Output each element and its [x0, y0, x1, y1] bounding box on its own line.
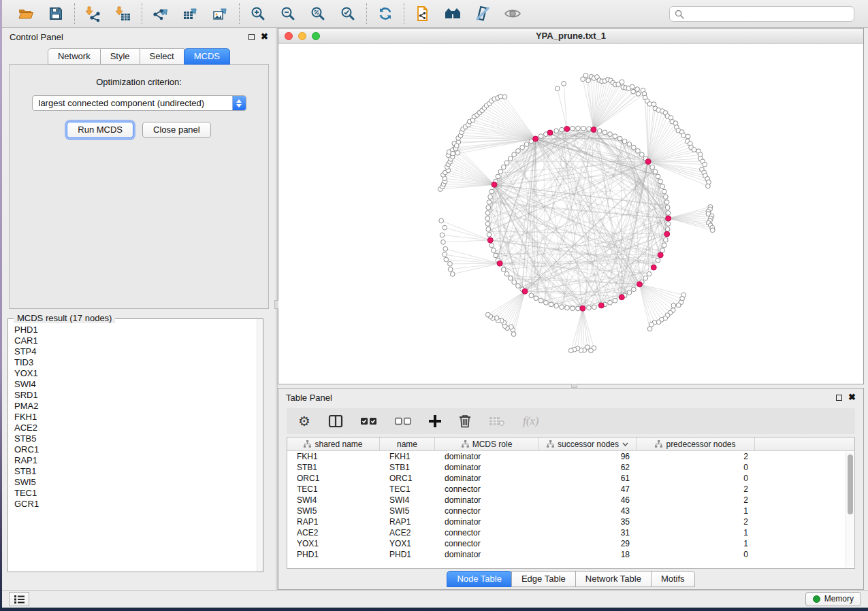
refresh-icon[interactable]: [376, 5, 394, 22]
deselect-all-checkbox-icon[interactable]: [395, 417, 411, 425]
tab-node-table[interactable]: Node Table: [447, 571, 512, 587]
list-item[interactable]: PHD1: [14, 325, 257, 335]
list-item[interactable]: ACE2: [14, 423, 257, 433]
cell-mcds-role: dominator: [435, 549, 539, 560]
export-image-icon[interactable]: [212, 5, 229, 22]
list-item[interactable]: STP4: [14, 346, 257, 357]
cell-mcds-role: dominator: [435, 473, 539, 484]
eye-icon[interactable]: [504, 5, 521, 22]
control-panel: Control Panel ✖ Network Style Select MCD…: [2, 28, 276, 590]
export-table-icon[interactable]: [182, 5, 199, 22]
network-window-titlebar[interactable]: YPA_prune.txt_1: [278, 29, 863, 44]
table-row[interactable]: ACE2ACE2connector311: [287, 527, 854, 538]
import-network-icon[interactable]: [84, 5, 102, 22]
cell-mcds-role: dominator: [435, 516, 539, 527]
node-table-body: FKH1FKH1dominator962STB1STB1dominator620…: [287, 451, 854, 568]
settings-gear-icon[interactable]: ⚙: [298, 414, 310, 428]
close-panel-icon[interactable]: ✖: [848, 394, 856, 401]
open-session-icon[interactable]: [17, 5, 35, 22]
list-item[interactable]: FKH1: [14, 412, 257, 423]
table-row[interactable]: SWI4SWI4dominator462: [287, 495, 854, 506]
export-network-icon[interactable]: [152, 5, 170, 22]
vertical-splitter[interactable]: [276, 28, 278, 590]
cell-mcds-role: dominator: [435, 495, 539, 506]
table-row[interactable]: TEC1TEC1connector472: [287, 484, 854, 495]
column-layout-icon[interactable]: [328, 414, 343, 428]
tab-network-table[interactable]: Network Table: [575, 571, 652, 587]
table-scrollbar-thumb[interactable]: [848, 455, 853, 514]
table-row[interactable]: PHD1PHD1dominator180: [287, 549, 854, 560]
import-table-icon[interactable]: [114, 5, 132, 22]
cell-predecessor-nodes: 0: [637, 462, 755, 473]
column-header-name[interactable]: name: [380, 437, 435, 450]
desktop-background: Control Panel ✖ Network Style Select MCD…: [0, 0, 868, 611]
list-item[interactable]: STB1: [14, 466, 257, 477]
save-session-icon[interactable]: [47, 5, 65, 22]
mcds-tab-panel: Optimization criterion: largest connecte…: [9, 64, 269, 309]
network-canvas[interactable]: [278, 44, 863, 384]
close-panel-button[interactable]: Close panel: [142, 122, 211, 138]
tab-network[interactable]: Network: [48, 48, 101, 65]
add-column-icon[interactable]: [429, 415, 441, 427]
list-item[interactable]: GCR1: [14, 499, 257, 510]
table-row[interactable]: SWI5SWI5connector431: [287, 506, 854, 516]
table-row[interactable]: FKH1FKH1dominator962: [287, 451, 854, 462]
tab-edge-table[interactable]: Edge Table: [511, 571, 576, 587]
list-item[interactable]: SWI5: [14, 477, 257, 488]
list-item[interactable]: CAR1: [14, 335, 257, 346]
select-all-checkbox-icon[interactable]: [361, 417, 377, 425]
horizontal-splitter[interactable]: [278, 384, 864, 388]
table-row[interactable]: ORC1ORC1dominator610: [287, 473, 854, 484]
new-network-icon[interactable]: [414, 5, 432, 22]
splitter-grip[interactable]: [571, 384, 577, 388]
graphics-details-icon[interactable]: [474, 5, 492, 22]
zoom-in-icon[interactable]: [249, 5, 267, 22]
function-builder-icon: f(x): [523, 414, 539, 428]
cell-successor-nodes: 96: [539, 451, 637, 462]
run-mcds-button[interactable]: Run MCDS: [67, 122, 133, 138]
mcds-result-scrollbar[interactable]: [257, 319, 263, 572]
mcds-result-title: MCDS result (17 nodes): [14, 313, 115, 323]
column-header-successor-nodes[interactable]: successor nodes: [539, 437, 637, 450]
find-icon[interactable]: [444, 5, 462, 22]
tab-select[interactable]: Select: [140, 48, 184, 65]
table-row[interactable]: RAP1RAP1dominator352: [287, 516, 854, 527]
tab-mcds[interactable]: MCDS: [184, 48, 230, 65]
search-input[interactable]: [669, 6, 854, 22]
list-item[interactable]: YOX1: [14, 368, 257, 379]
float-panel-icon[interactable]: [248, 34, 255, 40]
list-item[interactable]: SWI4: [14, 379, 257, 390]
table-scrollbar[interactable]: [846, 452, 854, 567]
tab-motifs[interactable]: Motifs: [651, 571, 695, 587]
criterion-dropdown[interactable]: largest connected component (undirected): [32, 95, 246, 111]
table-toolbar: ⚙: [287, 408, 855, 434]
close-panel-icon[interactable]: ✖: [261, 33, 268, 40]
list-item[interactable]: ORC1: [14, 444, 257, 455]
column-header-shared-name[interactable]: shared name: [287, 437, 380, 450]
memory-button[interactable]: Memory: [805, 592, 861, 606]
float-panel-icon[interactable]: [836, 395, 842, 401]
list-item[interactable]: PMA2: [14, 401, 257, 412]
tab-style[interactable]: Style: [100, 48, 140, 65]
panel-list-button[interactable]: [9, 592, 29, 606]
list-item[interactable]: STB5: [14, 433, 257, 444]
cell-successor-nodes: 62: [539, 462, 637, 473]
main-toolbar: [2, 0, 868, 28]
list-item[interactable]: SRD1: [14, 390, 257, 401]
node-table-header: shared name name MCDS role successor nod…: [287, 437, 854, 451]
zoom-fit-icon[interactable]: [309, 5, 327, 22]
column-header-mcds-role[interactable]: MCDS role: [435, 437, 539, 450]
column-header-predecessor-nodes[interactable]: predecessor nodes: [637, 437, 755, 450]
table-row[interactable]: YOX1YOX1connector291: [287, 538, 854, 549]
delete-icon[interactable]: [459, 414, 471, 428]
cell-name: STB1: [380, 462, 435, 473]
control-panel-tabs: Network Style Select MCDS: [9, 48, 269, 65]
zoom-out-icon[interactable]: [279, 5, 297, 22]
table-panel-title: Table Panel: [286, 393, 332, 403]
list-item[interactable]: TEC1: [14, 488, 257, 499]
list-item[interactable]: RAP1: [14, 455, 257, 466]
cell-shared-name: FKH1: [287, 451, 380, 462]
table-row[interactable]: STB1STB1dominator620: [287, 462, 854, 473]
list-item[interactable]: TID3: [14, 357, 257, 368]
zoom-selected-icon[interactable]: [339, 5, 357, 22]
